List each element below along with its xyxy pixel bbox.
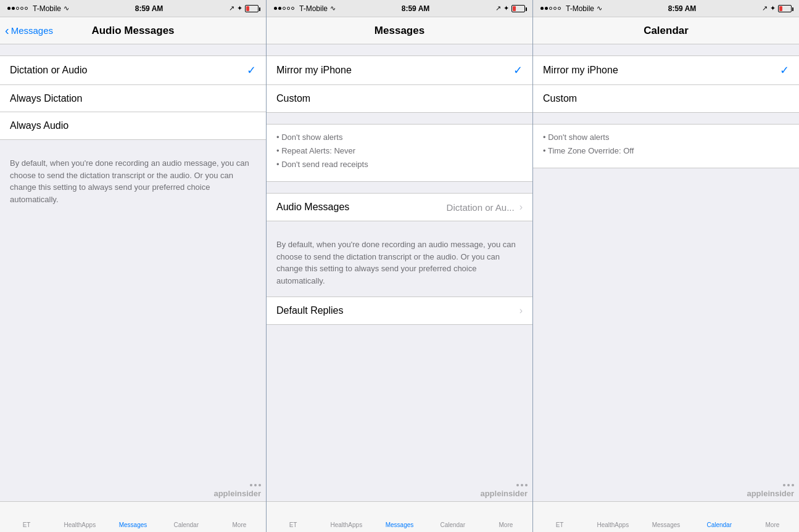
list-item-label: Always Dictation [10, 93, 82, 104]
tab-item-more[interactable]: More [213, 522, 266, 528]
list-item-right: ✓ [247, 63, 256, 77]
section-gap [267, 325, 532, 336]
signal-dot [7, 7, 10, 10]
checkmark-icon: ✓ [247, 63, 256, 77]
status-right: ↗ ✦ [229, 4, 259, 12]
signal-dot [274, 7, 277, 10]
tab-item-et[interactable]: ET [267, 522, 320, 528]
list-item-label: Audio Messages [276, 202, 349, 213]
tab-label-more: More [766, 522, 780, 528]
list-item-1[interactable]: Custom [267, 85, 532, 112]
tab-label-healthapps: HealthApps [597, 522, 629, 528]
nav-bar: Messages [267, 17, 532, 44]
signal-dot-empty [20, 7, 23, 10]
carrier-label: T-Mobile [299, 4, 328, 13]
tab-item-healthapps[interactable]: HealthApps [320, 522, 373, 528]
signal-dot [540, 7, 544, 10]
nav-bar: ‹Messages Audio Messages [0, 17, 266, 44]
tab-bar: ET HealthApps Messages Calendar More [267, 501, 532, 532]
chevron-icon: › [520, 202, 523, 213]
list-item-0[interactable]: Mirror my iPhone ✓ [267, 56, 532, 85]
tab-label-calendar: Calendar [440, 522, 465, 528]
wifi-icon: ∿ [330, 4, 336, 12]
section-gap [267, 113, 532, 124]
status-left: T-Mobile ∿ [274, 4, 336, 13]
watermark: appleinsider [747, 484, 794, 499]
tab-item-et[interactable]: ET [533, 522, 586, 528]
tab-label-healthapps: HealthApps [64, 522, 96, 528]
signal-dot [545, 7, 548, 10]
list-item-label: Mirror my iPhone [276, 65, 352, 76]
list-item-0[interactable]: Mirror my iPhone ✓ [533, 56, 799, 85]
list-section-4: Default Replies › [267, 297, 532, 325]
location-icon: ↗ [229, 4, 234, 12]
list-item-2[interactable]: Always Audio [0, 112, 266, 139]
battery-fill [246, 6, 249, 11]
phones-container: T-Mobile ∿ 8:59 AM ↗ ✦ ‹Messages Audio M… [0, 0, 799, 532]
tab-item-healthapps[interactable]: HealthApps [586, 522, 639, 528]
tab-item-more[interactable]: More [746, 522, 799, 528]
tab-label-healthapps: HealthApps [330, 522, 362, 528]
section-gap [267, 221, 532, 232]
panel-audio-messages: T-Mobile ∿ 8:59 AM ↗ ✦ ‹Messages Audio M… [0, 0, 267, 532]
back-arrow-icon: ‹ [5, 24, 9, 36]
tab-item-messages[interactable]: Messages [106, 522, 159, 528]
section-gap [533, 113, 799, 124]
list-item-label: Custom [543, 93, 577, 104]
section-gap [267, 44, 532, 55]
list-item-0[interactable]: Default Replies › [267, 297, 532, 324]
signal-dot-empty [549, 7, 552, 10]
nav-title: Audio Messages [91, 25, 174, 37]
bluetooth-icon: ✦ [770, 4, 776, 12]
tab-item-messages[interactable]: Messages [639, 522, 692, 528]
back-label[interactable]: Messages [11, 25, 53, 36]
tab-dots [480, 484, 528, 486]
list-item-right: ✓ [780, 63, 789, 77]
tab-label-messages: Messages [119, 522, 147, 528]
tab-item-more[interactable]: More [479, 522, 532, 528]
list-item-right: › [520, 305, 523, 316]
list-item-label: Dictation or Audio [10, 65, 87, 76]
list-section-0: Dictation or Audio ✓ Always Dictation Al… [0, 55, 266, 140]
tab-item-calendar[interactable]: Calendar [160, 522, 213, 528]
nav-title: Calendar [644, 25, 689, 37]
content-area: Mirror my iPhone ✓ Custom • Don't show a… [533, 44, 799, 501]
panel-calendar: T-Mobile ∿ 8:59 AM ↗ ✦ Calendar Mirror m… [533, 0, 799, 532]
tab-item-messages[interactable]: Messages [373, 522, 426, 528]
tab-dots [747, 484, 794, 486]
list-item-0[interactable]: Audio Messages Dictation or Au... › [267, 194, 532, 221]
list-item-1[interactable]: Custom [533, 85, 799, 112]
tab-label-more: More [233, 522, 247, 528]
carrier-label: T-Mobile [33, 4, 61, 13]
status-time: 8:59 AM [402, 4, 430, 13]
section-gap [533, 168, 799, 179]
watermark: appleinsider [480, 484, 528, 499]
list-item-label: Always Audio [10, 120, 68, 131]
tab-item-calendar[interactable]: Calendar [693, 522, 746, 528]
list-item-label: Default Replies [276, 305, 344, 316]
tab-label-calendar: Calendar [706, 522, 732, 528]
signal-dot-empty [25, 7, 28, 10]
tab-item-calendar[interactable]: Calendar [426, 522, 479, 528]
panel-messages: T-Mobile ∿ 8:59 AM ↗ ✦ Messages Mirror m… [267, 0, 533, 532]
list-item-1[interactable]: Always Dictation [0, 85, 266, 112]
list-item-0[interactable]: Dictation or Audio ✓ [0, 56, 266, 85]
carrier-label: T-Mobile [566, 4, 594, 13]
battery-fill [779, 6, 782, 11]
nav-title: Messages [375, 25, 424, 37]
list-section-2: Audio Messages Dictation or Au... › [267, 193, 532, 221]
location-icon: ↗ [762, 4, 768, 12]
back-button[interactable]: ‹Messages [5, 25, 53, 36]
section-gap [533, 44, 799, 55]
section-gap [267, 182, 532, 193]
tab-item-healthapps[interactable]: HealthApps [53, 522, 106, 528]
status-bar: T-Mobile ∿ 8:59 AM ↗ ✦ [533, 0, 799, 17]
tab-label-calendar: Calendar [173, 522, 199, 528]
bullet-text: • Don't show alerts [543, 131, 789, 144]
status-right: ↗ ✦ [495, 4, 525, 12]
tab-label-et: ET [289, 522, 297, 528]
signal-dot-empty [16, 7, 19, 10]
list-section-0: Mirror my iPhone ✓ Custom [267, 55, 532, 113]
tab-item-et[interactable]: ET [0, 522, 53, 528]
battery-icon [511, 5, 525, 12]
